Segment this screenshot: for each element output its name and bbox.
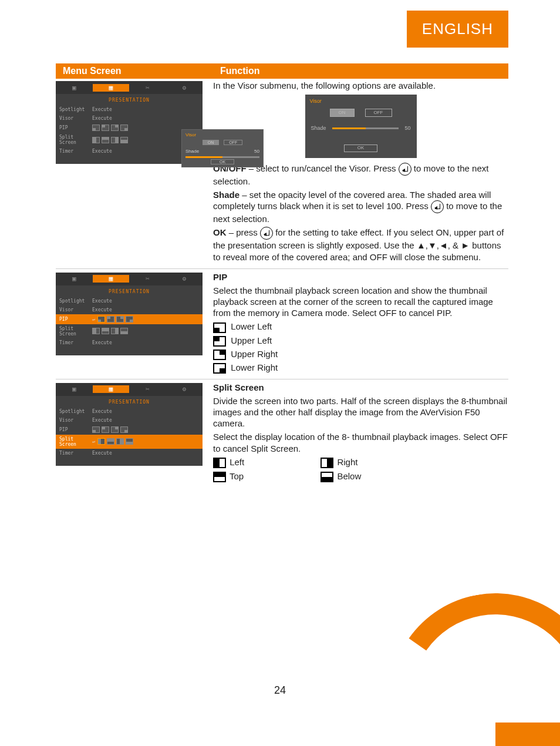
visor-sub-shade-label: Shade: [311, 125, 326, 132]
return-icon: ↵: [92, 317, 95, 322]
osd-item-timer: Timer: [59, 340, 92, 345]
osd-item-spotlight: Spotlight: [59, 107, 92, 112]
popup-shade-value: 50: [254, 149, 259, 154]
split-option-boxes: [92, 137, 128, 143]
split-title: Split Screen: [213, 382, 508, 393]
osd-item-visor: Visor: [59, 116, 92, 121]
osd-item-pip-selected: PIP: [59, 317, 92, 322]
osd-tab-presentation-icon: ▦: [93, 275, 130, 283]
page-content: Menu Screen Function ▣ ▦ ✂ ⚙ PRESENTATIO…: [56, 63, 508, 487]
pip-lower-right: Lower Right: [213, 362, 508, 374]
osd-tab-settings-icon: ⚙: [166, 385, 203, 393]
osd-value-execute: Execute: [92, 409, 112, 414]
osd-tab-tools-icon: ✂: [129, 275, 166, 283]
row-split: ▣ ▦ ✂ ⚙ PRESENTATION SpotlightExecute Vi…: [56, 381, 508, 486]
decorative-arc: [373, 576, 560, 746]
pip-lower-left: Lower Left: [213, 321, 508, 332]
row-visor: ▣ ▦ ✂ ⚙ PRESENTATION SpotlightExecute Vi…: [56, 79, 508, 269]
enter-icon: [431, 200, 444, 213]
row-pip: ▣ ▦ ✂ ⚙ PRESENTATION SpotlightExecute Vi…: [56, 270, 508, 379]
header-function: Function: [220, 66, 260, 76]
enter-icon: [260, 227, 273, 240]
osd-item-spotlight: Spotlight: [59, 409, 92, 414]
osd-tab-settings-icon: ⚙: [166, 84, 203, 92]
osd-tab-tools-icon: ✂: [129, 385, 166, 393]
osd-value-execute: Execute: [92, 116, 112, 121]
visor-sub-ok: OK: [344, 145, 378, 152]
pip-option-boxes: [92, 426, 128, 433]
pip-upper-left: Upper Left: [213, 335, 508, 347]
popup-off-button: OFF: [224, 140, 242, 145]
popup-on-button: ON: [203, 140, 220, 145]
visor-sub-shade-value: 50: [404, 125, 410, 132]
popup-shade-label: Shade: [185, 149, 199, 154]
osd-item-pip: PIP: [59, 427, 92, 432]
osd-thumbnail-split: ▣ ▦ ✂ ⚙ PRESENTATION SpotlightExecute Vi…: [56, 383, 203, 466]
osd-item-timer: Timer: [59, 149, 92, 154]
osd-item-pip: PIP: [59, 125, 92, 130]
osd-thumbnail-pip: ▣ ▦ ✂ ⚙ PRESENTATION SpotlightExecute Vi…: [56, 273, 203, 355]
osd-tab-image-icon: ▣: [56, 385, 93, 393]
osd-thumbnail-visor: ▣ ▦ ✂ ⚙ PRESENTATION SpotlightExecute Vi…: [56, 81, 203, 164]
osd-section-title: PRESENTATION: [56, 396, 203, 407]
osd-section-title: PRESENTATION: [56, 285, 203, 297]
visor-intro: In the Visor submenu, the following opti…: [213, 80, 508, 91]
visor-sub-title: Visor: [305, 98, 417, 105]
enter-icon: [399, 163, 411, 176]
osd-tab-image-icon: ▣: [56, 275, 93, 283]
osd-tab-settings-icon: ⚙: [166, 275, 203, 283]
pip-description: Select the thumbnail playback screen loc…: [213, 285, 508, 319]
osd-value-execute: Execute: [92, 307, 112, 312]
osd-tab-tools-icon: ✂: [129, 84, 166, 92]
popup-ok-button: OK: [211, 159, 234, 164]
visor-ok-text: OK – press for the setting to take effec…: [213, 227, 508, 262]
pip-option-boxes: [92, 125, 128, 131]
popup-title: Visor: [185, 132, 259, 137]
pip-option-boxes: [97, 316, 133, 322]
pip-title: PIP: [213, 271, 508, 283]
language-tab: ENGLISH: [407, 11, 508, 48]
osd-value-execute: Execute: [92, 107, 112, 112]
split-option-boxes: [92, 328, 128, 334]
osd-value-execute: Execute: [92, 340, 112, 345]
table-header-row: Menu Screen Function: [56, 63, 508, 79]
osd-item-timer: Timer: [59, 451, 92, 456]
visor-submenu-large: Visor ON OFF Shade 50 OK: [305, 95, 417, 158]
osd-tab-image-icon: ▣: [56, 84, 93, 92]
osd-section-title: PRESENTATION: [56, 94, 203, 105]
osd-value-execute: Execute: [92, 298, 112, 304]
decorative-fill: [495, 723, 560, 746]
split-right: Right: [321, 456, 361, 468]
split-left: Left: [213, 456, 244, 468]
osd-tab-presentation-icon: ▦: [93, 84, 130, 92]
split-description-1: Divide the screen into two parts. Half o…: [213, 395, 508, 429]
osd-item-split: Split Screen: [59, 135, 92, 145]
split-option-boxes: [97, 438, 133, 445]
osd-item-split-selected: Split Screen: [59, 436, 92, 447]
visor-shade-text: Shade – set the opacity level of the cov…: [213, 189, 508, 224]
visor-popup-small: Visor ON OFF Shade 50 OK: [181, 129, 264, 167]
split-description-2: Select the display location of the 8- th…: [213, 431, 508, 453]
header-menu-screen: Menu Screen: [63, 66, 220, 76]
osd-value-execute: Execute: [92, 418, 112, 423]
visor-sub-off: OFF: [365, 109, 392, 117]
osd-item-split: Split Screen: [59, 326, 92, 337]
visor-sub-on: ON: [330, 109, 355, 117]
osd-value-execute: Execute: [92, 451, 112, 456]
osd-value-execute: Execute: [92, 149, 112, 154]
split-below: Below: [321, 471, 361, 482]
osd-tab-presentation-icon: ▦: [93, 385, 130, 393]
pip-upper-right: Upper Right: [213, 348, 508, 360]
return-icon: ↵: [92, 439, 95, 444]
osd-item-visor: Visor: [59, 307, 92, 312]
split-top: Top: [213, 471, 244, 482]
osd-item-spotlight: Spotlight: [59, 298, 92, 304]
osd-item-visor: Visor: [59, 418, 92, 423]
